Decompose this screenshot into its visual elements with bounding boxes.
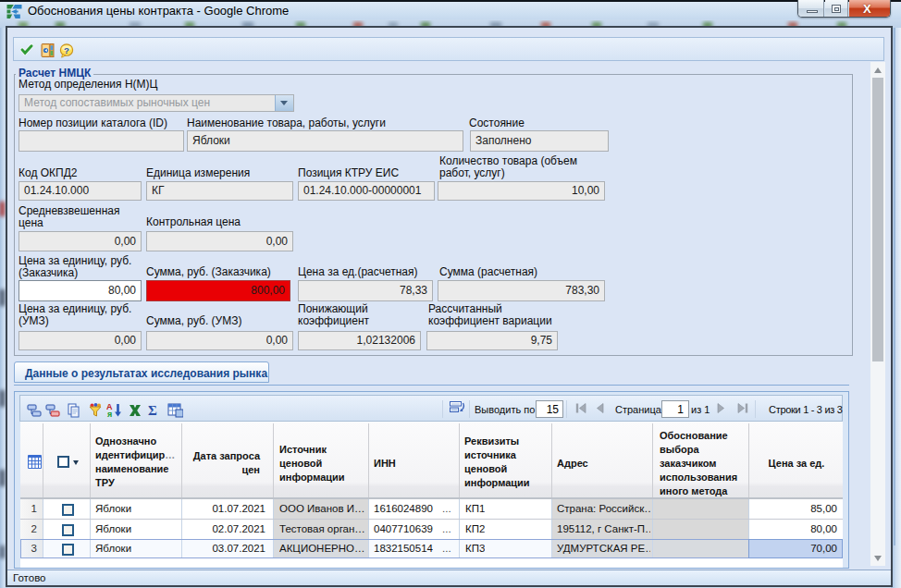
svg-text:я: я [107, 410, 112, 418]
svg-text:Σ: Σ [148, 403, 157, 418]
svg-text:?: ? [64, 45, 69, 55]
